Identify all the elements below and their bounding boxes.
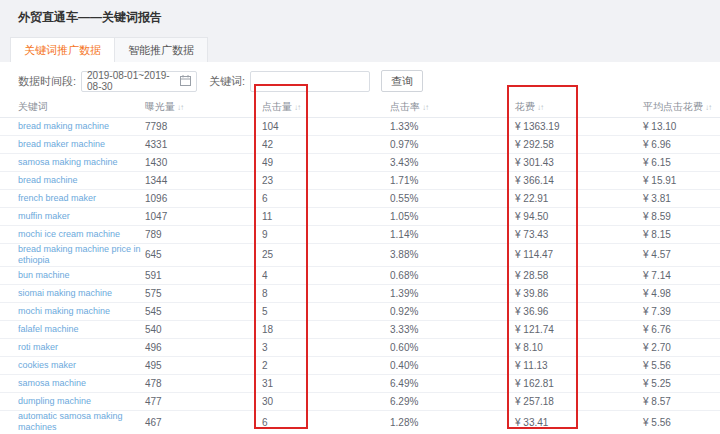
calendar-icon[interactable] [180, 75, 191, 88]
exposure-cell: 545 [145, 303, 262, 321]
keyword-link[interactable]: siomai making machine [18, 288, 112, 299]
col-header-keyword[interactable]: 关键词 [0, 97, 145, 117]
keyword-link[interactable]: cookies maker [18, 360, 76, 371]
keyword-link[interactable]: automatic samosa making machines [18, 411, 142, 434]
keyword-link[interactable]: bread maker machine [18, 139, 105, 150]
col-header-cost[interactable]: 花费↓↑ [515, 97, 643, 117]
ctr-cell: 1.14% [390, 225, 515, 243]
tab-keyword-promotion-data[interactable]: 关键词推广数据 [10, 37, 115, 62]
keyword-link[interactable]: samosa making machine [18, 157, 118, 168]
date-range-value: 2019-08-01~2019-08-30 [87, 70, 180, 92]
avg-cost-cell: ¥ 8.59 [643, 207, 720, 225]
keyword-link[interactable]: roti maker [18, 342, 58, 353]
avg-cost-cell: ¥ 4.98 [643, 285, 720, 303]
avg-cost-cell: ¥ 8.15 [643, 225, 720, 243]
keyword-link[interactable]: bun machine [18, 270, 70, 281]
tab-smart-promotion-data[interactable]: 智能推广数据 [115, 37, 208, 62]
exposure-cell: 477 [145, 393, 262, 411]
sort-icon[interactable]: ↓↑ [422, 103, 428, 112]
date-range-input[interactable]: 2019-08-01~2019-08-30 [81, 71, 197, 92]
col-header-ctr[interactable]: 点击率↓↑ [390, 97, 515, 117]
table-row: cookies maker 495 2 0.40% ¥ 11.13 ¥ 5.56 [0, 357, 720, 375]
table-row: bun machine 591 4 0.68% ¥ 28.58 ¥ 7.14 [0, 267, 720, 285]
avg-cost-cell: ¥ 5.25 [643, 375, 720, 393]
keyword-link[interactable]: bread making machine [18, 121, 109, 132]
clicks-cell: 31 [262, 375, 390, 393]
clicks-cell: 4 [262, 267, 390, 285]
clicks-cell: 49 [262, 153, 390, 171]
clicks-cell: 104 [262, 117, 390, 135]
exposure-cell: 591 [145, 267, 262, 285]
keyword-report-table: 关键词 曝光量↓↑ 点击量↓↑ 点击率↓↑ 花费↓↑ 平均点击花费↓↑ brea… [0, 97, 720, 434]
cost-cell: ¥ 8.10 [515, 339, 643, 357]
keyword-label: 关键词: [209, 74, 245, 89]
tab-bar: 关键词推广数据 智能推广数据 [10, 37, 720, 62]
col-header-avg-click-cost[interactable]: 平均点击花费↓↑ [643, 97, 720, 117]
table-row: automatic samosa making machines 467 6 1… [0, 411, 720, 434]
ctr-cell: 0.68% [390, 267, 515, 285]
exposure-cell: 7798 [145, 117, 262, 135]
keyword-link[interactable]: french bread maker [18, 193, 96, 204]
exposure-cell: 789 [145, 225, 262, 243]
exposure-cell: 467 [145, 411, 262, 434]
sort-icon[interactable]: ↓↑ [294, 103, 300, 112]
clicks-cell: 3 [262, 339, 390, 357]
table-row: mochi ice cream machine 789 9 1.14% ¥ 73… [0, 225, 720, 243]
avg-cost-cell: ¥ 13.10 [643, 117, 720, 135]
clicks-cell: 6 [262, 411, 390, 434]
cost-cell: ¥ 162.81 [515, 375, 643, 393]
avg-cost-cell: ¥ 4.57 [643, 243, 720, 267]
cost-cell: ¥ 36.96 [515, 303, 643, 321]
ctr-cell: 1.71% [390, 171, 515, 189]
keyword-link[interactable]: muffin maker [18, 211, 70, 222]
exposure-cell: 575 [145, 285, 262, 303]
keyword-link[interactable]: bread machine [18, 175, 78, 186]
sort-icon[interactable]: ↓↑ [705, 103, 711, 112]
sort-icon[interactable]: ↓↑ [177, 103, 183, 112]
cost-cell: ¥ 292.58 [515, 135, 643, 153]
content-panel: 数据时间段: 2019-08-01~2019-08-30 关键词: 查询 关键词… [0, 62, 720, 434]
keyword-link[interactable]: mochi making machine [18, 306, 110, 317]
ctr-cell: 3.33% [390, 321, 515, 339]
exposure-cell: 496 [145, 339, 262, 357]
clicks-cell: 30 [262, 393, 390, 411]
clicks-cell: 5 [262, 303, 390, 321]
clicks-cell: 8 [262, 285, 390, 303]
table-row: bread machine 1344 23 1.71% ¥ 366.14 ¥ 1… [0, 171, 720, 189]
exposure-cell: 1047 [145, 207, 262, 225]
keyword-link[interactable]: dumpling machine [18, 396, 91, 407]
keyword-link[interactable]: bread making machine price in ethiopia [18, 244, 142, 267]
ctr-cell: 3.43% [390, 153, 515, 171]
exposure-cell: 645 [145, 243, 262, 267]
ctr-cell: 1.28% [390, 411, 515, 434]
exposure-cell: 4331 [145, 135, 262, 153]
cost-cell: ¥ 28.58 [515, 267, 643, 285]
table-row: muffin maker 1047 11 1.05% ¥ 94.50 ¥ 8.5… [0, 207, 720, 225]
sort-icon[interactable]: ↓↑ [537, 103, 543, 112]
ctr-cell: 1.05% [390, 207, 515, 225]
date-range-label: 数据时间段: [18, 74, 76, 89]
keyword-link[interactable]: samosa machine [18, 378, 86, 389]
ctr-cell: 0.97% [390, 135, 515, 153]
page-title: 外贸直通车——关键词报告 [0, 0, 720, 26]
col-header-clicks[interactable]: 点击量↓↑ [262, 97, 390, 117]
cost-cell: ¥ 114.47 [515, 243, 643, 267]
col-header-exposure[interactable]: 曝光量↓↑ [145, 97, 262, 117]
exposure-cell: 540 [145, 321, 262, 339]
ctr-cell: 1.33% [390, 117, 515, 135]
avg-cost-cell: ¥ 7.14 [643, 267, 720, 285]
cost-cell: ¥ 33.41 [515, 411, 643, 434]
cost-cell: ¥ 39.86 [515, 285, 643, 303]
cost-cell: ¥ 22.91 [515, 189, 643, 207]
keyword-link[interactable]: mochi ice cream machine [18, 229, 120, 240]
avg-cost-cell: ¥ 3.81 [643, 189, 720, 207]
table-row: samosa machine 478 31 6.49% ¥ 162.81 ¥ 5… [0, 375, 720, 393]
keyword-input[interactable] [250, 71, 370, 92]
keyword-link[interactable]: falafel machine [18, 324, 79, 335]
avg-cost-cell: ¥ 5.56 [643, 411, 720, 434]
search-button[interactable]: 查询 [381, 70, 423, 92]
cost-cell: ¥ 94.50 [515, 207, 643, 225]
ctr-cell: 3.88% [390, 243, 515, 267]
table-body: bread making machine 7798 104 1.33% ¥ 13… [0, 117, 720, 434]
clicks-cell: 6 [262, 189, 390, 207]
